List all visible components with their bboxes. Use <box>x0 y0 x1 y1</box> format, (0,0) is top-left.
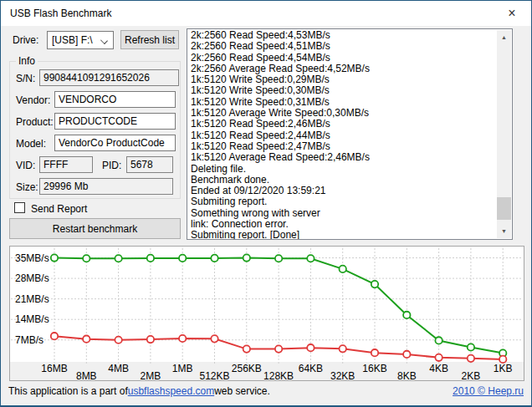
pid-label: PID: <box>102 160 121 171</box>
log-area[interactable]: 2k:2560 Read Speed:4,53MB/s2k:2560 Read … <box>187 28 513 240</box>
size-label: Size: <box>16 181 38 193</box>
model-field[interactable] <box>54 135 176 151</box>
send-report-label: Send Report <box>31 203 87 215</box>
svg-text:1MB: 1MB <box>172 363 193 374</box>
vendor-label: Vendor: <box>16 94 50 106</box>
pid-field <box>126 156 173 173</box>
refresh-list-button[interactable]: Refresh list <box>120 30 179 49</box>
svg-text:4KB: 4KB <box>429 363 448 374</box>
drive-label: Drive: <box>13 34 38 46</box>
info-group-label: Info <box>16 55 38 67</box>
restart-benchmark-button[interactable]: Restart benchmark <box>9 218 181 239</box>
svg-text:32KB: 32KB <box>330 370 355 380</box>
svg-text:8KB: 8KB <box>397 370 417 380</box>
log-lines: 2k:2560 Read Speed:4,53MB/s2k:2560 Read … <box>191 30 495 240</box>
vid-field <box>39 156 93 173</box>
svg-text:64KB: 64KB <box>299 363 323 374</box>
svg-text:1KB: 1KB <box>494 363 513 374</box>
svg-text:8MB: 8MB <box>76 370 97 380</box>
svg-text:21MB/s: 21MB/s <box>15 293 49 305</box>
vendor-field[interactable] <box>54 91 176 108</box>
sn-label: S/N: <box>16 73 35 84</box>
send-report-checkbox[interactable] <box>14 202 25 213</box>
close-icon[interactable]: × <box>493 1 531 26</box>
svg-text:35MB/s: 35MB/s <box>15 252 49 264</box>
product-field[interactable] <box>54 113 176 130</box>
chevron-down-icon <box>100 37 108 44</box>
usbflashspeed-link[interactable]: usbflashspeed.com <box>128 385 214 397</box>
svg-text:7MB/s: 7MB/s <box>15 334 43 346</box>
svg-text:4MB: 4MB <box>108 363 129 374</box>
speed-chart: 35MB/s28MB/s21MB/s14MB/s7MB/s16MB8MB4MB2… <box>9 246 524 381</box>
app-window: USB Flash Benchmark × Drive: [USB] F:\ R… <box>0 0 532 407</box>
drive-selected-value: [USB] F:\ <box>52 34 93 46</box>
model-label: Model: <box>16 138 46 150</box>
svg-text:128KB: 128KB <box>263 370 294 380</box>
status-text-suffix: web service. <box>214 385 270 397</box>
window-title: USB Flash Benchmark <box>1 8 111 19</box>
status-bar: This application is a part of usbflashsp… <box>1 381 531 406</box>
scroll-up-icon[interactable]: ▲ <box>497 30 511 44</box>
size-field <box>39 178 173 195</box>
svg-text:16MB: 16MB <box>41 363 67 374</box>
sn-field <box>39 69 179 86</box>
vid-label: VID: <box>16 160 35 171</box>
svg-text:2MB: 2MB <box>141 370 161 380</box>
product-label: Product: <box>16 116 54 128</box>
svg-text:14MB/s: 14MB/s <box>15 313 49 325</box>
copyright-link[interactable]: 2010 © Heep.ru <box>453 385 524 397</box>
scroll-down-icon[interactable]: ▼ <box>497 224 511 238</box>
svg-text:256KB: 256KB <box>232 363 262 374</box>
status-text-prefix: This application is a part of <box>8 385 128 397</box>
scroll-thumb[interactable] <box>497 197 511 220</box>
svg-text:28MB/s: 28MB/s <box>15 272 49 284</box>
title-bar: USB Flash Benchmark × <box>1 1 531 26</box>
svg-text:16KB: 16KB <box>362 363 386 374</box>
svg-text:512KB: 512KB <box>199 370 229 380</box>
svg-text:2KB: 2KB <box>462 370 481 380</box>
log-scrollbar[interactable]: ▲ ▼ <box>497 30 511 238</box>
drive-select[interactable]: [USB] F:\ <box>47 31 114 49</box>
